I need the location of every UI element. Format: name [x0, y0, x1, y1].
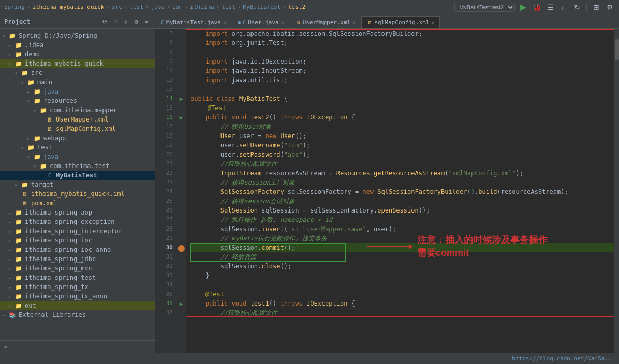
code-line-25: // 获得session会话对象: [190, 196, 614, 206]
tree-item-pom[interactable]: 🗎 pom.xml: [0, 199, 155, 208]
run-config-dropdown[interactable]: MyBatisTest.test2: [454, 3, 515, 12]
tab-usermapper[interactable]: 🗎 UserMapper.xml ✕: [290, 16, 362, 28]
folder-icon: 📁: [33, 87, 41, 96]
code-content[interactable]: import org.apache.ibatis.session.SqlSess…: [186, 29, 614, 353]
tree-item-resources[interactable]: ▾ 📁 resources: [0, 96, 155, 105]
code-line-15: @Test: [190, 103, 614, 113]
folder-icon: 📁: [33, 134, 41, 142]
folder-icon: 📁: [14, 255, 23, 263]
tree-item-demo[interactable]: ▸ 📁 demo: [0, 50, 155, 59]
tree-label: test: [37, 144, 153, 151]
tree-label: External Libraries: [19, 311, 153, 318]
tree-item-spring-tx[interactable]: ▸ 📁 itheima_spring_tx: [0, 282, 155, 292]
xml-icon: 🗎: [46, 115, 54, 124]
tree-item-spring-jdbc[interactable]: ▸ 📁 itheima_spring_jdbc: [0, 254, 155, 264]
run-button[interactable]: ▶: [518, 2, 528, 12]
code-line-9: [190, 48, 614, 57]
sort-icon[interactable]: ↕: [122, 18, 130, 26]
tree-item-test[interactable]: ▾ 📁 test: [0, 143, 155, 152]
layout-button[interactable]: ⊞: [591, 2, 601, 12]
tree-label: itheima_spring_tx: [25, 283, 153, 291]
tree-item-java[interactable]: ▸ 📁 java: [0, 87, 155, 96]
breadcrumb-itheima[interactable]: itheima: [190, 4, 214, 10]
run-gutter-36[interactable]: ▶: [176, 299, 186, 308]
breadcrumb-method[interactable]: test2: [288, 4, 305, 10]
code-editor[interactable]: 7 8 9 10 11 12 13 14 15 16 17 18 19 20 2…: [155, 29, 619, 353]
debug-button[interactable]: 🐞: [532, 2, 542, 12]
tree-item-test-java[interactable]: ▾ 📁 java: [0, 152, 155, 161]
tab-close-icon[interactable]: ✕: [223, 20, 226, 25]
tree-item-com-itheima-test[interactable]: ▾ 📁 com.itheima.test: [0, 161, 155, 171]
breadcrumb-src[interactable]: src: [112, 4, 122, 10]
tree-item-iml[interactable]: 🗎 itheima_mybatis_quick.iml: [0, 189, 155, 199]
tree-item-target[interactable]: ▸ 📁 target: [0, 180, 155, 189]
settings-button[interactable]: ⚙: [605, 2, 615, 12]
tree-item-spring-test[interactable]: ▸ 📁 itheima_spring_test: [0, 273, 155, 282]
scratches-and-consoles[interactable]: ✏: [0, 340, 155, 353]
tree-item-spring-tx-anno[interactable]: ▸ 📁 itheima_spring_tx_anno: [0, 292, 155, 301]
tree-item-idea[interactable]: ▸ 📁 .idea: [0, 40, 155, 50]
tree-item-usermapper-xml[interactable]: 🗎 UserMapper.xml: [0, 115, 155, 124]
refresh-button[interactable]: ↻: [572, 2, 582, 12]
code-line-35: @Test: [190, 290, 614, 299]
tree-item-spring-ioc-anno[interactable]: ▸ 📁 itheima_spring_ioc_anno: [0, 245, 155, 254]
close-icon[interactable]: ✕: [142, 18, 151, 26]
debug-gutter-30[interactable]: ⬤: [176, 243, 186, 252]
tab-close-icon[interactable]: ✕: [431, 20, 434, 25]
tab-sqlmapconfig[interactable]: 🗎 sqlMapConfig.xml ✕: [361, 16, 440, 28]
git-button[interactable]: ⑃: [558, 2, 569, 12]
tree-item-mybatistest[interactable]: C MyBatisTest: [0, 171, 155, 180]
tree-item-src[interactable]: ▾ 📁 src: [0, 68, 155, 78]
breadcrumb-project[interactable]: itheima_mybatis_quick: [32, 4, 104, 10]
tree-item-spring-ioc[interactable]: ▸ 📁 itheima_spring_ioc: [0, 236, 155, 245]
expand-arrow: ▾: [27, 98, 33, 104]
tab-close-icon[interactable]: ✕: [281, 20, 284, 25]
breadcrumb-class[interactable]: MyBatisTest: [243, 4, 281, 10]
tree-item-main[interactable]: ▾ 📁 main: [0, 78, 155, 87]
tree-item-webapp[interactable]: ▸ 📁 webapp: [0, 133, 155, 143]
collapse-icon[interactable]: ≡: [111, 18, 120, 26]
run-gutter-16[interactable]: ▶: [176, 113, 186, 122]
tree-label: itheima_spring_tx_anno: [25, 293, 153, 300]
code-line-10: import java.io.IOException;: [190, 57, 614, 66]
tree-label: java: [43, 88, 153, 95]
expand-arrow: ▾: [21, 80, 27, 85]
coverage-button[interactable]: ☰: [545, 2, 555, 12]
gear-icon[interactable]: ⚙: [132, 18, 140, 26]
iml-icon: 🗎: [21, 190, 29, 198]
tree-item-spring[interactable]: ▾ 📁 Spring D:/Java/Spring: [0, 31, 155, 40]
scrollbar-track[interactable]: [614, 29, 619, 353]
tab-user[interactable]: C User.java ✕: [232, 16, 290, 28]
breadcrumb-com[interactable]: com: [172, 4, 183, 10]
xml-icon: 🗎: [46, 125, 54, 133]
tree-item-spring-aop[interactable]: ▸ 📁 itheima_spring_aop: [0, 208, 155, 217]
breadcrumb-test[interactable]: test: [130, 4, 144, 10]
scrollbar-thumb[interactable]: [615, 39, 619, 60]
breadcrumb-spring[interactable]: Spring: [4, 4, 25, 10]
run-gutter-14[interactable]: ▶: [176, 94, 186, 103]
tab-close-icon[interactable]: ✕: [352, 20, 356, 25]
tree-item-spring-mvc[interactable]: ▸ 📁 itheima_spring_mvc: [0, 264, 155, 273]
code-line-11: import java.io.InputStream;: [190, 66, 614, 75]
tree-label: java: [43, 153, 153, 160]
tree-label: main: [37, 79, 153, 86]
tree-item-external-libraries[interactable]: ▸ 📚 External Libraries: [0, 310, 155, 320]
tree-item-out[interactable]: ▸ 📁 out: [0, 301, 155, 310]
sync-icon[interactable]: ⟳: [101, 18, 109, 26]
tab-mybatistest[interactable]: C MyBatisTest.java ✕: [155, 16, 232, 28]
tree-item-spring-exception[interactable]: ▸ 📁 itheima_spring_exception: [0, 217, 155, 226]
status-url[interactable]: https://blog.csdn.net/KaiSa...: [512, 355, 615, 362]
top-bar: Spring › itheima_mybatis_quick › src › t…: [0, 0, 619, 14]
tree-item-sqlmapconfig-xml[interactable]: 🗎 sqlMapConfig.xml: [0, 124, 155, 133]
tree-item-mapper-pkg[interactable]: ▾ 📁 com.itheima.mapper: [0, 105, 155, 115]
breadcrumb-java[interactable]: java: [151, 4, 165, 10]
code-line-27: // 执行操作 参数: namespace + id: [190, 215, 614, 224]
tree-label: src: [31, 69, 153, 77]
breadcrumb-testpkg[interactable]: test: [222, 4, 235, 10]
tree-label: itheima_spring_aop: [25, 209, 153, 216]
sidebar: Project ⟳ ≡ ↕ ⚙ ✕ ▾ 📁 Spring D:/Java/Spr…: [0, 14, 155, 353]
expand-arrow: ▾: [33, 163, 39, 169]
tree-item-itheima-mybatis[interactable]: ▾ 📁 itheima_mybatis_quick: [0, 59, 155, 68]
folder-icon: 📁: [14, 208, 23, 217]
tree-item-spring-interceptor[interactable]: ▸ 📁 itheima_spring_interceptor: [0, 226, 155, 236]
